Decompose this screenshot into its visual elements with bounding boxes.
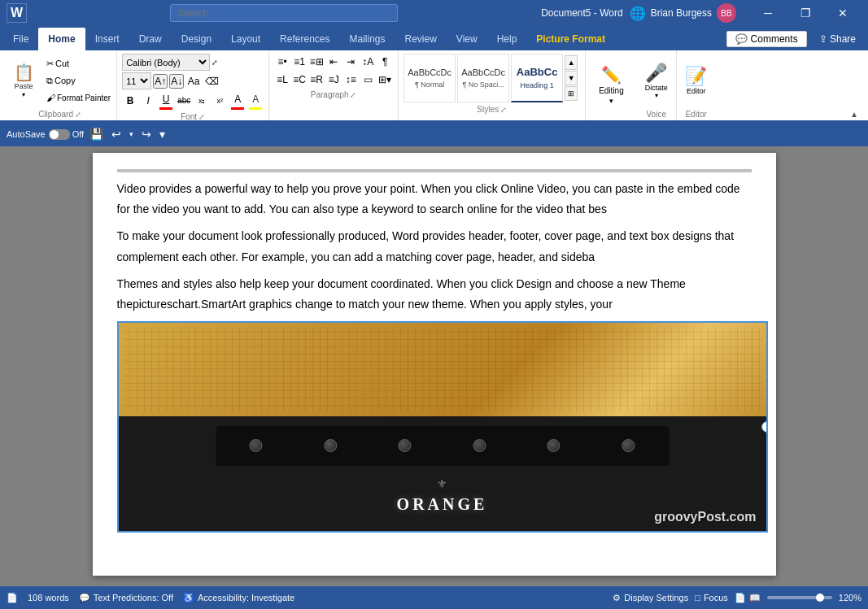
- paste-icon: 📋: [14, 63, 34, 82]
- document-page: Video provides a powerful way to help yo…: [93, 153, 776, 576]
- document-image[interactable]: ⚜ ORANGE 🖼 groovyPost.com: [117, 321, 768, 533]
- collapse-ribbon-button[interactable]: ▲: [850, 110, 858, 119]
- font-expand-dialog-icon[interactable]: ⤢: [198, 113, 205, 121]
- save-button[interactable]: 💾: [87, 126, 106, 142]
- tab-picture-format[interactable]: Picture Format: [526, 28, 615, 50]
- minimize-button[interactable]: ─: [749, 0, 787, 26]
- bullets-button[interactable]: ≡•: [274, 54, 290, 70]
- copy-icon: ⧉: [46, 76, 53, 86]
- tab-layout[interactable]: Layout: [221, 28, 270, 50]
- tab-insert[interactable]: Insert: [85, 28, 129, 50]
- bold-button[interactable]: B: [122, 93, 138, 109]
- shading-button[interactable]: ▭: [360, 72, 376, 88]
- paragraph-label: Paragraph ⤢: [274, 88, 393, 101]
- paste-button[interactable]: 📋 Paste ▾: [7, 61, 41, 100]
- paragraph-1: Video provides a powerful way to help yo…: [117, 179, 752, 220]
- numbering-button[interactable]: ≡1: [291, 54, 308, 70]
- title-search-input[interactable]: [170, 4, 398, 22]
- styles-scroll-up[interactable]: ▲: [565, 55, 578, 70]
- align-right-button[interactable]: ≡R: [308, 72, 325, 88]
- text-predictions[interactable]: 💬 Text Predictions: Off: [79, 593, 173, 603]
- justify-button[interactable]: ≡J: [325, 72, 342, 88]
- zoom-thumb: [816, 594, 824, 602]
- display-settings[interactable]: ⚙ Display Settings: [613, 593, 688, 603]
- font-size-decrease-button[interactable]: A↓: [169, 74, 184, 89]
- avatar[interactable]: BB: [717, 3, 736, 23]
- tab-review[interactable]: Review: [395, 28, 447, 50]
- image-resize-handle[interactable]: [761, 421, 768, 433]
- word-count[interactable]: 108 words: [28, 593, 69, 602]
- dictate-button[interactable]: 🎤 Dictate ▾: [642, 61, 671, 101]
- close-button[interactable]: ✕: [824, 0, 861, 26]
- document-title: Document5 - Word: [541, 7, 622, 19]
- font-size-increase-button[interactable]: A↑: [153, 74, 168, 89]
- tab-help[interactable]: Help: [487, 28, 527, 50]
- page-indicator[interactable]: 📄: [7, 593, 18, 603]
- subscript-button[interactable]: x₂: [194, 93, 210, 109]
- align-left-button[interactable]: ≡L: [274, 72, 290, 88]
- styles-scroll-down[interactable]: ▼: [565, 71, 578, 85]
- knob-1: [250, 439, 263, 452]
- editing-mode-button[interactable]: ✏️ Editing ▾: [591, 62, 632, 108]
- autosave-toggle[interactable]: Off: [49, 129, 84, 140]
- clipboard-group: 📋 Paste ▾ ✂ Cut ⧉ Copy 🖌 Format Painter …: [3, 50, 117, 120]
- decrease-indent-button[interactable]: ⇤: [325, 54, 342, 70]
- share-button[interactable]: ⇪ Share: [810, 31, 865, 47]
- font-color-button[interactable]: A: [229, 91, 246, 107]
- clipboard-expand-icon[interactable]: ⤢: [75, 111, 81, 119]
- tab-file[interactable]: File: [3, 28, 38, 50]
- document-text[interactable]: Video provides a powerful way to help yo…: [117, 179, 752, 315]
- tab-mailings[interactable]: Mailings: [339, 28, 395, 50]
- style-normal-label: ¶ Normal: [415, 80, 444, 89]
- style-no-spacing[interactable]: AaBbCcDc ¶ No Spaci...: [457, 54, 509, 102]
- accessibility[interactable]: ♿ Accessibility: Investigate: [183, 593, 294, 603]
- borders-button[interactable]: ⊞▾: [377, 72, 393, 88]
- zoom-slider[interactable]: [767, 596, 832, 599]
- tab-draw[interactable]: Draw: [129, 28, 172, 50]
- comments-button[interactable]: 💬 Comments: [726, 31, 806, 47]
- font-size-select[interactable]: 11: [122, 72, 151, 89]
- styles-expand-icon[interactable]: ⤢: [500, 106, 507, 114]
- autosave-label: AutoSave: [7, 129, 46, 139]
- display-settings-text: Display Settings: [624, 593, 688, 602]
- focus-mode[interactable]: □ Focus: [695, 593, 728, 602]
- underline-button[interactable]: U: [158, 91, 174, 107]
- show-hide-button[interactable]: ¶: [377, 54, 393, 70]
- multilevel-list-button[interactable]: ≡⊞: [308, 54, 325, 70]
- redo-button[interactable]: ↪: [139, 126, 154, 142]
- clear-formatting-button[interactable]: ⌫: [203, 73, 220, 89]
- paragraph-expand-icon[interactable]: ⤢: [350, 91, 356, 99]
- highlight-color-button[interactable]: A: [247, 91, 264, 107]
- read-mode-icon[interactable]: 📖: [749, 593, 761, 603]
- editor-button[interactable]: 📝 Editor: [682, 64, 711, 97]
- format-painter-button[interactable]: 🖌 Format Painter: [44, 90, 113, 106]
- style-normal[interactable]: AaBbCcDc ¶ Normal: [403, 54, 456, 102]
- undo-button[interactable]: ↩: [109, 126, 124, 142]
- knob-3: [399, 439, 412, 452]
- line-spacing-button[interactable]: ↕≡: [342, 72, 359, 88]
- tab-design[interactable]: Design: [172, 28, 221, 50]
- tab-view[interactable]: View: [447, 28, 487, 50]
- superscript-button[interactable]: x²: [212, 93, 228, 109]
- strikethrough-button[interactable]: abc: [176, 93, 192, 109]
- italic-button[interactable]: I: [140, 93, 156, 109]
- tab-home[interactable]: Home: [38, 28, 85, 50]
- style-heading-1[interactable]: AaBbCc Heading 1: [511, 54, 563, 102]
- cut-button[interactable]: ✂ Cut: [44, 56, 113, 72]
- copy-button[interactable]: ⧉ Copy: [44, 73, 113, 89]
- editor-icon: 📝: [685, 66, 707, 87]
- change-case-button[interactable]: Aa: [185, 73, 202, 89]
- knob-4: [473, 439, 486, 452]
- qa-customize-button[interactable]: ▾: [157, 126, 168, 142]
- sort-button[interactable]: ↕A: [360, 54, 376, 70]
- increase-indent-button[interactable]: ⇥: [342, 54, 359, 70]
- paste-dropdown-icon: ▾: [22, 91, 25, 98]
- align-center-button[interactable]: ≡C: [291, 72, 308, 88]
- font-group: Calibri (Body) ⤢ 11 A↑ A↓ Aa ⌫: [117, 50, 269, 120]
- tab-references[interactable]: References: [270, 28, 339, 50]
- font-family-select[interactable]: Calibri (Body): [122, 54, 210, 71]
- styles-expand[interactable]: ⊞: [565, 86, 578, 101]
- restore-button[interactable]: ❐: [787, 0, 824, 26]
- undo-dropdown[interactable]: ▾: [127, 128, 136, 140]
- print-layout-icon[interactable]: 📄: [735, 593, 746, 603]
